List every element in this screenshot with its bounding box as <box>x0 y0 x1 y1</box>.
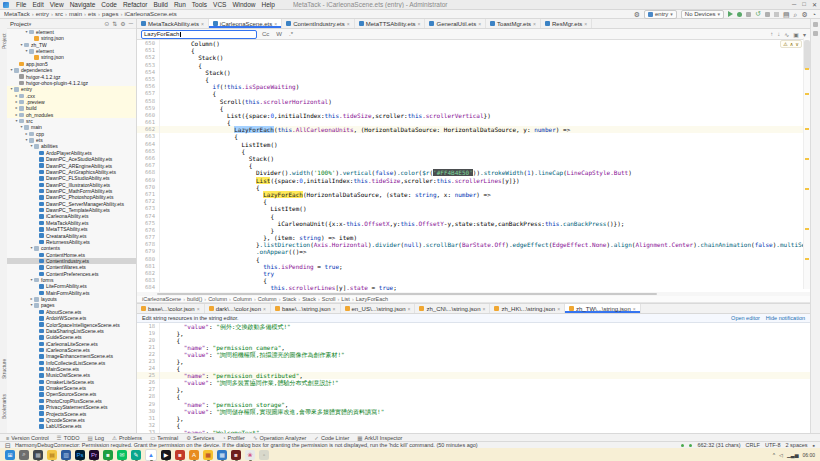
tab-generalutil-ets[interactable]: GeneralUtil.ets× <box>425 19 486 28</box>
locate-file-icon[interactable]: ⊙ <box>104 20 109 27</box>
code-line[interactable]: 659 { <box>137 105 810 112</box>
regex-toggle[interactable]: .* <box>287 31 295 37</box>
breadcrumb-item[interactable]: entry <box>36 11 49 17</box>
minimize-button[interactable]: ─ <box>792 1 796 8</box>
tab-zh-hk-string-json[interactable]: zh_HK\...\string.json× <box>490 304 565 313</box>
app-yellow-icon[interactable]: ▦ <box>203 450 213 460</box>
whole-words-toggle[interactable]: W <box>274 31 284 37</box>
breadcrumb-item[interactable]: build() <box>187 296 202 302</box>
menu-item-tools[interactable]: Tools <box>189 1 210 8</box>
warning-stripe-mark[interactable] <box>805 158 809 160</box>
close-icon[interactable]: × <box>478 21 481 27</box>
search-everywhere-icon[interactable]: ⌕ <box>794 11 798 18</box>
tab-zh-cn-string-json[interactable]: zh_CN\...\string.json× <box>415 304 490 313</box>
next-problem-icon[interactable]: ∨ <box>795 41 799 47</box>
close-icon[interactable]: × <box>408 306 411 312</box>
toolwindow-todo[interactable]: ☰TODO <box>57 435 80 441</box>
tab-toastmgr-ets[interactable]: ToastMgr.ets× <box>486 19 541 28</box>
code-line[interactable]: 680 { <box>137 256 810 263</box>
breadcrumb-item[interactable]: pages <box>102 11 118 17</box>
tab-base-string-json[interactable]: base\...\string.json× <box>271 304 341 313</box>
tree-row[interactable]: LabUIScene.ets <box>7 423 136 429</box>
close-icon[interactable]: × <box>483 306 486 312</box>
code-line[interactable]: 26 "value": "詢問多裝置協同作業,體驗分布式創意設計!" <box>137 379 810 386</box>
menu-item-build[interactable]: Build <box>150 1 170 8</box>
search-icon[interactable]: ⌕ <box>19 450 29 460</box>
code-line[interactable]: 19 }, <box>137 330 810 337</box>
code-line[interactable]: 678 }.listDirection(Axis.Horizontal).div… <box>137 241 810 248</box>
warning-stripe-mark[interactable] <box>805 128 809 130</box>
close-icon[interactable]: × <box>333 306 336 312</box>
editor-teal-icon[interactable]: ✎ <box>131 450 141 460</box>
code-line[interactable]: 677 }, (item: string) => item) <box>137 234 810 241</box>
code-line[interactable]: 31 }, <box>137 415 810 422</box>
code-line[interactable]: 653 { <box>137 62 810 69</box>
code-line[interactable]: 676 } <box>137 227 810 234</box>
app-green-icon[interactable]: ■ <box>103 450 113 460</box>
warning-stripe-mark[interactable] <box>805 228 809 230</box>
code-line[interactable]: 664 ListItem() <box>137 141 810 148</box>
device-selector[interactable]: No Devices ▾ <box>681 10 724 19</box>
breadcrumb-item[interactable]: src <box>55 11 63 17</box>
system-tray[interactable]: ^ ◁ ▁▃▅ 06:00 <box>773 452 815 458</box>
tab-dark-color-json[interactable]: dark\...\color.json× <box>205 304 271 313</box>
breadcrumb-item[interactable]: MetaTack <box>4 11 30 17</box>
code-line[interactable]: 662 LazyForEach(this.AllCarleonaUnits, (… <box>137 126 810 133</box>
warning-stripe-mark[interactable] <box>805 188 809 190</box>
taskbar-clock[interactable]: 06:00 <box>802 452 815 458</box>
menu-item-edit[interactable]: Edit <box>29 1 46 8</box>
code-line[interactable]: 675 iCarleonaUnit({x:x-this.OffsetX,y:th… <box>137 220 810 227</box>
code-line[interactable]: 657 { <box>137 90 810 97</box>
chat-app-icon[interactable]: ✉ <box>117 450 127 460</box>
app-blue-icon[interactable]: ▥ <box>61 450 71 460</box>
run-button[interactable] <box>728 11 733 17</box>
code-line[interactable]: 661 { <box>137 119 810 126</box>
breadcrumb-item[interactable]: iCarleonaScene.ets <box>124 11 176 17</box>
hide-notification-link[interactable]: Hide notification <box>766 315 805 321</box>
breadcrumb-item[interactable]: Scroll <box>322 296 336 302</box>
panel-settings-icon[interactable]: ⚙ <box>120 20 125 27</box>
close-icon[interactable]: × <box>584 21 587 27</box>
code-line[interactable]: 672 { <box>137 198 810 205</box>
code-line[interactable]: 669 List({space:0,initialIndex:this.tide… <box>137 177 810 184</box>
app-darkred-icon[interactable]: ■ <box>231 450 241 460</box>
app-orange-icon[interactable]: A <box>189 450 199 460</box>
json-editor[interactable]: 18 "value": "例外:交換啟動多備模式!"19 },20 {21 "n… <box>137 323 810 436</box>
breadcrumb-item[interactable]: iCarleonaScene <box>142 296 181 302</box>
coverage-button[interactable] <box>746 12 751 17</box>
code-line[interactable]: 30 "value": "詢問儲存權限,實現圖庫改進,會帶來多媒體實體的資料讀寫… <box>137 408 810 415</box>
run-config-selector[interactable]: entry ▾ <box>644 10 677 19</box>
collapse-all-icon[interactable]: ⇅ <box>112 20 117 27</box>
code-line[interactable]: 681 this.isPending = true; <box>137 263 810 270</box>
breadcrumb-item[interactable]: Column <box>258 296 277 302</box>
menu-item-help[interactable]: Help <box>259 1 278 8</box>
tab-resmgr-ets[interactable]: ResMgr.ets× <box>541 19 592 28</box>
tab-base-color-json[interactable]: base\...\color.json× <box>137 304 205 313</box>
code-line[interactable]: 667 { <box>137 162 810 169</box>
code-line[interactable]: 684 this.scrollerLines[y].state = true; <box>137 284 810 291</box>
stop-button[interactable] <box>774 12 779 17</box>
code-line[interactable]: 23 }, <box>137 358 810 365</box>
code-line[interactable]: 32 { <box>137 422 810 429</box>
breadcrumb-item[interactable]: main <box>69 11 82 17</box>
close-icon[interactable]: × <box>274 21 277 27</box>
start-button[interactable]: ⊞ <box>5 450 15 460</box>
code-line[interactable]: 21 "name": "permission_camera", <box>137 344 810 351</box>
tab-zh-tw-string-json[interactable]: zh_TW\...\string.json× <box>565 304 641 313</box>
project-panel-title[interactable]: Project <box>10 21 29 27</box>
menu-item-refactor[interactable]: Refactor <box>120 1 151 8</box>
breadcrumb-item[interactable]: Column <box>233 296 252 302</box>
code-line[interactable]: 666 Stack() <box>137 155 810 162</box>
code-line[interactable]: 656 if(!this.isSpaceWaiting) <box>137 83 810 90</box>
editor-breadcrumbs[interactable]: iCarleonaScene›build()›Column›Column›Col… <box>137 296 810 303</box>
code-line[interactable]: 679 .onAppear(()=> <box>137 248 810 255</box>
settings-icon[interactable]: ⚙ <box>801 11 807 18</box>
toolwindow-log[interactable]: ▤Log <box>88 435 104 441</box>
breadcrumb-item[interactable]: ets <box>88 11 96 17</box>
breadcrumb-item[interactable]: Stack <box>302 296 316 302</box>
media-player-icon[interactable]: ▶ <box>161 450 171 460</box>
inspections-widget[interactable]: ⚠ ∧ ∨ <box>780 40 802 48</box>
maximize-button[interactable]: □ <box>802 1 806 8</box>
toolwindow-operation-analyzer[interactable]: ∿Operation Analyzer <box>253 435 306 441</box>
close-icon[interactable]: × <box>557 306 560 312</box>
